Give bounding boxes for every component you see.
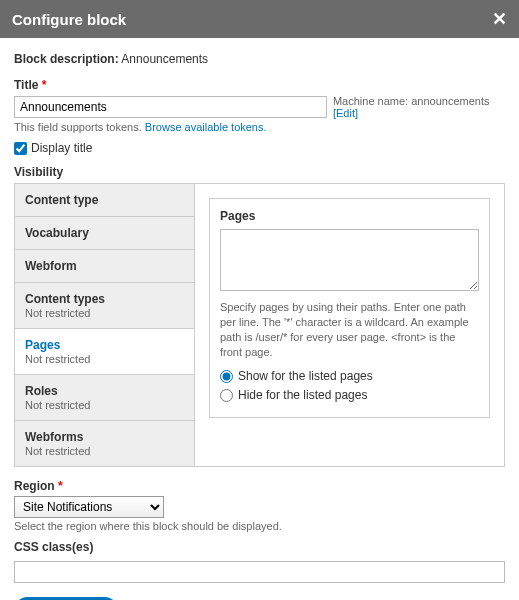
- machine-name-wrapper: Machine name: announcements [Edit]: [333, 95, 505, 119]
- tab-webform[interactable]: Webform: [15, 250, 194, 283]
- tab-title: Content types: [25, 292, 184, 306]
- region-form-item: Region * Site Notifications Select the r…: [14, 479, 505, 532]
- pages-legend: Pages: [220, 209, 479, 223]
- display-title-label: Display title: [31, 141, 92, 155]
- pages-fieldset: Pages Specify pages by using their paths…: [209, 198, 490, 418]
- region-help: Select the region where this block shoul…: [14, 520, 505, 532]
- region-select[interactable]: Site Notifications: [14, 496, 164, 518]
- tab-webforms[interactable]: Webforms Not restricted: [15, 421, 194, 466]
- block-description-label: Block description:: [14, 52, 119, 66]
- tab-content-type[interactable]: Content type: [15, 184, 194, 217]
- tab-title: Content type: [25, 193, 184, 207]
- tab-title: Webforms: [25, 430, 184, 444]
- tab-content-types[interactable]: Content types Not restricted: [15, 283, 194, 329]
- block-description: Block description: Announcements: [14, 52, 505, 66]
- browse-tokens-link[interactable]: Browse available tokens.: [145, 121, 267, 133]
- required-marker: *: [58, 479, 63, 493]
- tab-title: Webform: [25, 259, 184, 273]
- pages-textarea[interactable]: [220, 229, 479, 291]
- display-title-row: Display title: [14, 141, 505, 155]
- radio-show[interactable]: [220, 370, 233, 383]
- tab-title: Roles: [25, 384, 184, 398]
- dialog-header: Configure block ✕: [0, 0, 519, 38]
- dialog-title: Configure block: [12, 11, 126, 28]
- token-help-text: This field supports tokens.: [14, 121, 142, 133]
- vertical-tabs: Content type Vocabulary Webform Content …: [15, 184, 195, 466]
- title-form-item: Title * Machine name: announcements [Edi…: [14, 78, 505, 133]
- tab-subtitle: Not restricted: [25, 399, 184, 411]
- css-form-item: CSS class(es): [14, 540, 505, 583]
- css-label: CSS class(es): [14, 540, 93, 554]
- tab-subtitle: Not restricted: [25, 353, 184, 365]
- display-title-checkbox[interactable]: [14, 142, 27, 155]
- machine-name-value: announcements: [411, 95, 489, 107]
- tab-panel-pages: Pages Specify pages by using their paths…: [195, 184, 504, 466]
- radio-show-label: Show for the listed pages: [238, 369, 373, 383]
- required-marker: *: [42, 78, 47, 92]
- configure-block-dialog: Configure block ✕ Block description: Ann…: [0, 0, 519, 600]
- radio-show-row: Show for the listed pages: [220, 369, 479, 383]
- block-description-value: Announcements: [121, 52, 208, 66]
- visibility-heading: Visibility: [14, 165, 505, 179]
- tab-pages[interactable]: Pages Not restricted: [15, 329, 194, 375]
- close-icon[interactable]: ✕: [492, 10, 507, 28]
- machine-name-edit-link[interactable]: [Edit]: [333, 107, 358, 119]
- radio-hide[interactable]: [220, 389, 233, 402]
- title-label: Title: [14, 78, 38, 92]
- radio-hide-label: Hide for the listed pages: [238, 388, 367, 402]
- pages-help-text: Specify pages by using their paths. Ente…: [220, 300, 479, 359]
- machine-name-label: Machine name:: [333, 95, 408, 107]
- radio-hide-row: Hide for the listed pages: [220, 388, 479, 402]
- css-class-input[interactable]: [14, 561, 505, 583]
- tab-vocabulary[interactable]: Vocabulary: [15, 217, 194, 250]
- tab-subtitle: Not restricted: [25, 307, 184, 319]
- tab-title: Vocabulary: [25, 226, 184, 240]
- region-label: Region: [14, 479, 55, 493]
- tab-roles[interactable]: Roles Not restricted: [15, 375, 194, 421]
- tab-subtitle: Not restricted: [25, 445, 184, 457]
- dialog-body: Block description: Announcements Title *…: [0, 38, 519, 600]
- tab-title: Pages: [25, 338, 184, 352]
- title-input[interactable]: [14, 96, 327, 118]
- visibility-container: Content type Vocabulary Webform Content …: [14, 183, 505, 467]
- token-help: This field supports tokens. Browse avail…: [14, 121, 505, 133]
